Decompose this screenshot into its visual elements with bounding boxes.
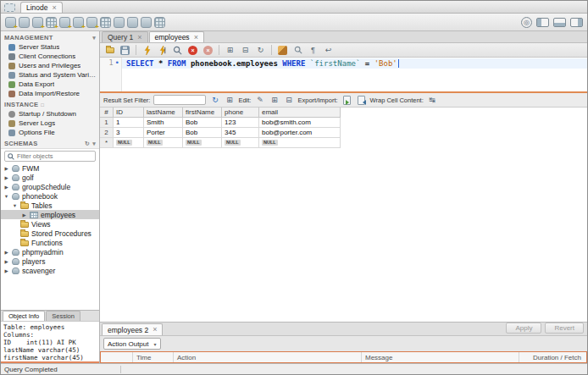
wrap-cell-content-icon[interactable]: ↹ <box>427 95 438 106</box>
grid-options-icon[interactable]: ⊞ <box>224 95 235 106</box>
cell-firstname[interactable]: Bob <box>183 118 222 128</box>
table-item-employees[interactable]: ▶ employees <box>1 210 99 219</box>
cell-id[interactable]: NULL <box>114 138 144 148</box>
create-function-icon[interactable] <box>86 17 97 28</box>
cell-lastname[interactable]: Porter <box>144 128 183 138</box>
output-column-message[interactable]: Message <box>362 352 519 362</box>
sidebar-item-data-import[interactable]: Data Import/Restore <box>1 89 99 98</box>
column-header-id[interactable]: ID <box>114 108 144 118</box>
cell-firstname[interactable]: Bob <box>183 128 222 138</box>
output-column-time[interactable]: Time <box>133 352 174 362</box>
output-column-duration[interactable]: Duration / Fetch <box>519 352 586 362</box>
create-view-icon[interactable] <box>59 17 70 28</box>
edit-pencil-icon[interactable]: ✎ <box>254 95 265 106</box>
commit-icon[interactable]: ⊞ <box>224 44 236 56</box>
create-schema-icon[interactable] <box>32 17 43 28</box>
tree-item-views[interactable]: Views <box>1 219 99 229</box>
connection-tab-close-icon[interactable]: × <box>53 4 57 12</box>
tab-session[interactable]: Session <box>46 311 80 321</box>
reconnect-icon[interactable] <box>127 17 138 28</box>
export-recordset-icon[interactable] <box>341 95 352 106</box>
schemas-section-header[interactable]: SCHEMAS ↻ ▾ <box>1 137 99 148</box>
sidebar-item-client-connections[interactable]: Client Connections <box>1 52 99 61</box>
panel-left-toggle-icon[interactable] <box>536 18 549 27</box>
tree-item-tables[interactable]: ▼ Tables <box>1 201 99 210</box>
tab-employees[interactable]: employees × <box>149 31 204 42</box>
chevron-right-icon[interactable]: ▶ <box>3 259 9 264</box>
chevron-down-icon[interactable]: ▼ <box>3 194 9 199</box>
instance-section-header[interactable]: INSTANCE □ <box>1 98 99 109</box>
save-icon[interactable] <box>119 44 131 56</box>
search-table-data-icon[interactable] <box>114 17 125 28</box>
column-header-lastname[interactable]: lastName <box>144 108 183 118</box>
cell-id[interactable]: 1 <box>114 118 144 128</box>
new-query-tab-icon[interactable] <box>5 17 16 28</box>
stop-on-error-toggle-icon[interactable]: × <box>202 44 214 56</box>
wrap-text-icon[interactable]: ↩ <box>322 44 335 56</box>
chevron-right-icon[interactable]: ▶ <box>3 185 9 190</box>
sidebar-item-status-variables[interactable]: Status and System Variables <box>1 70 99 80</box>
row-number-cell[interactable]: * <box>100 138 114 148</box>
sidebar-item-startup-shutdown[interactable]: Startup / Shutdown <box>1 109 99 119</box>
tab-close-icon[interactable]: × <box>153 326 157 334</box>
cell-phone[interactable]: 123 <box>222 118 259 128</box>
apply-button[interactable]: Apply <box>506 323 541 334</box>
sql-code-editor[interactable]: 1 • SELECT * FROM phonebook.employees WH… <box>100 58 587 91</box>
tree-item-functions[interactable]: Functions <box>1 238 99 247</box>
cell-firstname[interactable]: NULL <box>183 138 222 148</box>
sidebar-item-data-export[interactable]: Data Export <box>1 80 99 89</box>
create-table-icon[interactable] <box>46 17 57 28</box>
tab-employees-2[interactable]: employees 2 × <box>102 323 163 335</box>
schema-item-fwm[interactable]: ▶ FWM <box>1 163 99 173</box>
home-tab-icon[interactable] <box>4 3 15 12</box>
panel-bottom-toggle-icon[interactable] <box>553 18 566 27</box>
chevron-right-icon[interactable]: ▶ <box>3 175 9 180</box>
column-header-email[interactable]: email <box>259 108 341 118</box>
column-header-firstname[interactable]: firstName <box>183 108 222 118</box>
schema-item-phpmyadmin[interactable]: ▶ phpmyadmin <box>1 247 99 256</box>
refresh-schemas-small-icon[interactable]: ↻ <box>85 141 90 147</box>
stop-query-icon[interactable]: × <box>186 44 199 56</box>
create-procedure-icon[interactable] <box>73 17 84 28</box>
open-sql-script-icon[interactable] <box>19 17 30 28</box>
output-column-action[interactable]: Action <box>174 352 362 362</box>
result-set-filter-input[interactable] <box>153 95 206 105</box>
refresh-schemas-icon[interactable] <box>141 17 152 28</box>
schema-item-phonebook[interactable]: ▼ phonebook <box>1 191 99 201</box>
panel-right-toggle-icon[interactable] <box>570 18 583 27</box>
import-records-icon[interactable] <box>356 95 367 106</box>
output-column-status[interactable] <box>101 352 133 362</box>
tab-close-icon[interactable]: × <box>137 34 141 41</box>
preferences-icon[interactable]: ◎ <box>521 17 532 28</box>
chevron-down-icon[interactable]: ▼ <box>12 203 18 208</box>
schema-filter-input[interactable] <box>17 152 85 160</box>
chevron-right-icon[interactable]: ▶ <box>3 268 9 273</box>
cell-phone[interactable]: NULL <box>222 138 259 148</box>
schemas-collapse-icon[interactable]: ▾ <box>92 141 96 147</box>
schema-item-golf[interactable]: ▶ golf <box>1 173 99 182</box>
delete-row-icon[interactable]: ⊟ <box>283 95 294 106</box>
cell-lastname[interactable]: Smith <box>144 118 183 128</box>
output-selector-dropdown[interactable]: Action Output ▾ <box>103 338 161 350</box>
schema-filter[interactable] <box>4 151 96 162</box>
schema-item-players[interactable]: ▶ players <box>1 256 99 266</box>
chevron-right-icon[interactable]: ▶ <box>3 166 9 171</box>
row-number-cell[interactable]: 2 <box>100 128 114 138</box>
sidebar-item-server-logs[interactable]: Server Logs <box>1 119 99 128</box>
sql-line-1[interactable]: SELECT * FROM phonebook.employees WHERE … <box>122 58 587 69</box>
revert-button[interactable]: Revert <box>545 323 584 334</box>
schema-item-groupschedule[interactable]: ▶ groupSchedule <box>1 182 99 191</box>
table-data-icon[interactable] <box>100 17 111 28</box>
column-header-rownum[interactable]: # <box>100 108 114 118</box>
cell-phone[interactable]: 345 <box>222 128 259 138</box>
explain-query-icon[interactable] <box>171 44 184 56</box>
column-header-phone[interactable]: phone <box>222 108 259 118</box>
chevron-right-icon[interactable]: ▶ <box>3 250 9 255</box>
sidebar-item-server-status[interactable]: Server Status <box>1 42 99 52</box>
cell-email[interactable]: bob@smith.com <box>259 118 341 128</box>
cell-email[interactable]: bob@porter.com <box>259 128 341 138</box>
execute-query-icon[interactable] <box>141 44 153 56</box>
collapse-section-icon[interactable]: ▾ <box>92 35 96 41</box>
sidebar-item-options-file[interactable]: Options File <box>1 128 99 137</box>
rollback-icon[interactable]: ⊟ <box>239 44 252 56</box>
